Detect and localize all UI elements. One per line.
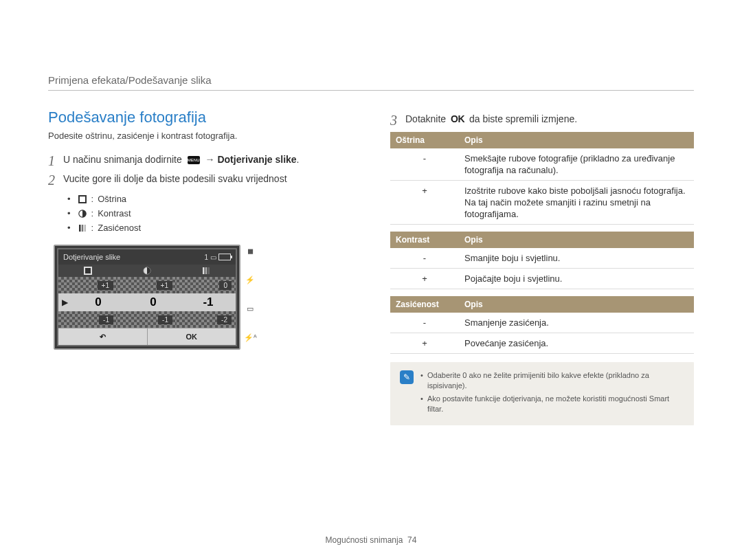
- step-number: 1: [48, 153, 63, 168]
- contrast-icon: [78, 209, 87, 219]
- option-key: -: [390, 248, 459, 269]
- option-desc: Povećanje zasićenja.: [459, 333, 694, 354]
- table-row: +Povećanje zasićenja.: [390, 333, 694, 354]
- list-item-sharpness: : Oštrina: [67, 192, 352, 206]
- memory-icon: ▭: [210, 254, 216, 261]
- lcd-selected-row: ▶ 0 0 -1: [58, 293, 236, 311]
- step-number: 3: [390, 113, 405, 128]
- step-2-text: Vucite gore ili dolje da biste podesili …: [63, 172, 352, 186]
- lcd-selected-value: 0: [126, 295, 181, 309]
- contrast-label: Kontrast: [98, 206, 131, 221]
- saturation-table: ZasićenostOpis -Smanjenje zasićenja. +Po…: [390, 296, 694, 354]
- lcd-value: +1: [157, 281, 172, 290]
- image-icon: ▭: [245, 304, 256, 313]
- table-row: +Izoštrite rubove kako biste poboljšali …: [390, 181, 694, 225]
- page-footer: Mogućnosti snimanja 74: [0, 535, 742, 545]
- option-desc: Izoštrite rubove kako biste poboljšali j…: [459, 181, 694, 225]
- svg-rect-10: [205, 267, 207, 274]
- step-3-text-b: da biste spremili izmjene.: [466, 113, 577, 124]
- flash-auto-icon: ⚡ᴬ: [245, 333, 256, 342]
- step-2: 2 Vucite gore ili dolje da biste podesil…: [48, 172, 352, 188]
- lcd-side-icons: ◼ ⚡ ▭ ⚡ᴬ: [245, 245, 256, 342]
- breadcrumb: Primjena efekata/Podešavanje slika: [48, 74, 694, 91]
- saturation-icon: [201, 266, 211, 276]
- list-item-contrast: : Kontrast: [67, 206, 352, 221]
- note-item: Odaberite 0 ako ne želite primijeniti bi…: [420, 370, 684, 391]
- contrast-icon: [142, 266, 152, 276]
- left-column: Podešavanje fotografija Podesite oštrinu…: [48, 109, 352, 425]
- menu-icon: MENU: [188, 156, 200, 164]
- svg-rect-5: [84, 225, 86, 232]
- right-column: 3 Dotaknite OK da biste spremili izmjene…: [390, 109, 694, 425]
- table-header: Kontrast: [390, 232, 459, 248]
- sharpness-icon: [83, 266, 93, 276]
- triangle-right-icon: ▶: [58, 298, 71, 307]
- step-3-text-a: Dotaknite: [405, 113, 449, 124]
- table-row: -Smanjenje zasićenja.: [390, 313, 694, 333]
- lcd-selected-value: -1: [181, 295, 236, 309]
- sharpness-label: Oštrina: [98, 192, 126, 206]
- info-icon: ✎: [400, 370, 414, 384]
- lcd-count: 1: [204, 254, 208, 261]
- saturation-label: Zasićenost: [98, 221, 141, 235]
- lcd-value: -1: [158, 315, 172, 324]
- table-row: +Pojačajte boju i svjetlinu.: [390, 269, 694, 289]
- option-desc: Smanjite boju i svjetlinu.: [459, 248, 694, 269]
- note-item: Ako postavite funkcije dotjerivanja, ne …: [420, 394, 684, 414]
- camera-lcd-preview: Dotjerivanje slike 1▭ +1 +1: [54, 245, 240, 350]
- lcd-ok-button[interactable]: OK: [147, 328, 236, 345]
- lcd-back-button[interactable]: ↶: [58, 328, 147, 345]
- lcd-value: +1: [98, 281, 113, 290]
- battery-icon: [218, 254, 231, 260]
- table-header: Zasićenost: [390, 296, 459, 313]
- sharpness-icon: [78, 194, 87, 204]
- svg-rect-1: [80, 197, 85, 202]
- section-title: Podešavanje fotografija: [48, 109, 352, 126]
- option-key: -: [390, 148, 459, 181]
- sharpness-table: OštrinaOpis -Smekšajte rubove fotografij…: [390, 132, 694, 225]
- table-row: -Smanjite boju i svjetlinu.: [390, 248, 694, 269]
- table-row: -Smekšajte rubove fotografije (prikladno…: [390, 148, 694, 181]
- option-desc: Smekšajte rubove fotografije (prikladno …: [459, 148, 694, 181]
- lcd-selected-value: 0: [71, 295, 126, 309]
- mode-icon: ◼: [245, 246, 256, 256]
- footer-section: Mogućnosti snimanja: [326, 535, 403, 545]
- step-1-text-a: U načinu snimanja dodirnite: [63, 154, 185, 165]
- svg-rect-9: [203, 267, 205, 274]
- table-header: Oštrina: [390, 132, 459, 148]
- arrow-separator: →: [203, 154, 218, 165]
- option-desc: Pojačajte boju i svjetlinu.: [459, 269, 694, 289]
- adjustment-list: : Oštrina : Kontrast : Zasićenost: [67, 192, 352, 235]
- note-box: ✎ Odaberite 0 ako ne želite primijeniti …: [390, 362, 694, 425]
- contrast-table: KontrastOpis -Smanjite boju i svjetlinu.…: [390, 232, 694, 289]
- ok-icon: OK: [451, 113, 464, 126]
- option-key: -: [390, 313, 459, 333]
- lcd-title: Dotjerivanje slike: [63, 253, 120, 261]
- svg-rect-11: [208, 267, 210, 274]
- step-1-period: .: [297, 154, 300, 165]
- option-key: +: [390, 181, 459, 225]
- option-desc: Smanjenje zasićenja.: [459, 313, 694, 333]
- lcd-value: -1: [99, 315, 113, 324]
- option-key: +: [390, 269, 459, 289]
- table-header: Opis: [459, 232, 694, 248]
- table-header: Opis: [459, 132, 694, 148]
- lcd-value: -2: [217, 315, 232, 324]
- table-header: Opis: [459, 296, 694, 313]
- step-1: 1 U načinu snimanja dodirnite MENU → Dot…: [48, 153, 352, 168]
- svg-rect-4: [81, 225, 83, 232]
- saturation-icon: [78, 223, 87, 233]
- list-item-saturation: : Zasićenost: [67, 221, 352, 235]
- lcd-value: 0: [219, 281, 232, 290]
- step-number: 2: [48, 172, 63, 188]
- footer-page: 74: [407, 535, 416, 545]
- step-3: 3 Dotaknite OK da biste spremili izmjene…: [390, 113, 694, 128]
- intro-text: Podesite oštrinu, zasićenje i kontrast f…: [48, 131, 352, 141]
- svg-rect-7: [85, 268, 91, 273]
- svg-rect-3: [79, 225, 81, 232]
- option-key: +: [390, 333, 459, 354]
- flash-icon: ⚡: [245, 275, 256, 284]
- step-1-target: Dotjerivanje slike: [217, 154, 296, 165]
